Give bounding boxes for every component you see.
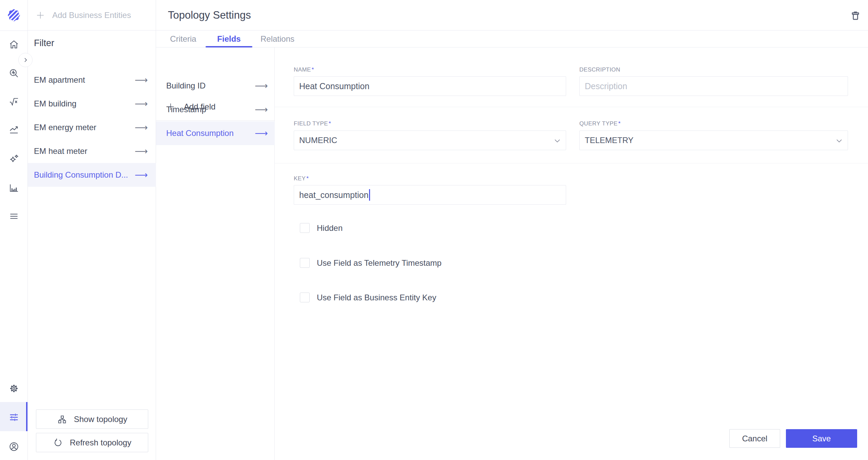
add-business-entities-button[interactable]: Add Business Entities [28,0,156,31]
topology-icon [57,414,67,424]
arrow-right-icon[interactable]: ⟶ [135,123,148,132]
sidebar-collapse-button[interactable] [18,53,33,67]
divider [275,163,868,163]
chevron-down-icon [554,139,560,143]
key-value: heat_consumption [299,190,368,200]
tab-fields[interactable]: Fields [217,31,240,47]
main-header: Topology Settings [156,0,868,31]
filter-title: Filter [34,38,54,48]
sidebar-item-trends[interactable] [0,123,28,136]
field-type-label: FIELD TYPE* [294,120,331,127]
icon-sidebar [0,0,28,460]
telemetry-timestamp-checkbox-row[interactable]: Use Field as Telemetry Timestamp [300,258,442,268]
required-asterisk: * [618,120,621,127]
field-type-select[interactable]: NUMERIC [294,131,566,150]
arrow-right-icon[interactable]: ⟶ [135,147,148,156]
sidebar-item-search-insights[interactable] [0,67,28,79]
entity-row-em-apartment[interactable]: EM apartment ⟶ [28,68,156,92]
sidebar-item-formulas[interactable] [0,96,28,108]
key-input[interactable]: heat_consumption [294,185,566,205]
sidebar-item-insights[interactable] [0,153,28,165]
tab-bar: Criteria Fields Relations [156,31,868,47]
sliders-icon [8,412,20,423]
required-asterisk: * [312,66,314,73]
field-type-value: NUMERIC [299,136,337,145]
field-row-building-id[interactable]: Building ID ⟶ [156,74,275,98]
chevron-right-icon [21,56,30,64]
hidden-checkbox[interactable] [300,223,310,233]
description-input[interactable] [579,76,848,96]
tab-criteria[interactable]: Criteria [170,31,196,47]
show-topology-label: Show topology [74,415,127,424]
sidebar-item-menu[interactable] [0,210,28,222]
divider [275,107,868,107]
sidebar-item-account[interactable] [0,440,28,453]
sidebar-item-reports[interactable] [0,182,28,194]
user-icon [8,441,20,452]
name-label: NAME* [294,66,314,73]
entity-row-em-heat-meter[interactable]: EM heat meter ⟶ [28,139,156,163]
search-pulse-icon [8,67,20,79]
text-cursor [369,189,370,201]
business-entity-key-checkbox-label[interactable]: Use Field as Business Entity Key [317,293,436,302]
main-content: Topology Settings Criteria Fields Relati… [156,0,868,460]
plus-icon [36,11,45,20]
entity-row-building-consumption[interactable]: Building Consumption D... ⟶ [28,163,156,187]
divider [0,31,28,31]
app-logo[interactable] [6,8,21,23]
telemetry-timestamp-checkbox-label[interactable]: Use Field as Telemetry Timestamp [317,258,442,268]
arrow-right-icon[interactable]: ⟶ [135,171,148,180]
name-input[interactable] [294,76,566,96]
arrow-right-icon[interactable]: ⟶ [135,76,148,85]
menu-icon [8,211,20,222]
add-business-entities-label: Add Business Entities [52,11,131,20]
sidebar-item-topology-settings[interactable] [0,411,28,423]
fields-list-panel: Add field Building ID ⟶ Timestamp ⟶ Heat… [156,47,275,460]
trend-chart-icon [8,124,20,135]
field-row-timestamp[interactable]: Timestamp ⟶ [156,98,275,121]
entity-row-em-building[interactable]: EM building ⟶ [28,92,156,116]
refresh-icon [53,438,63,448]
chevron-down-icon [836,139,842,143]
required-asterisk: * [306,175,309,182]
query-type-value: TELEMETRY [585,136,634,145]
query-type-label: QUERY TYPE* [579,120,621,127]
description-label: DESCRIPTION [579,66,620,73]
tab-relations[interactable]: Relations [261,31,294,47]
required-asterisk: * [329,120,331,127]
sparkles-icon [8,153,20,164]
home-icon [8,39,20,50]
cancel-button[interactable]: Cancel [729,429,780,448]
query-type-select[interactable]: TELEMETRY [579,131,848,150]
app-logo-icon [6,8,21,23]
app-window: Add Business Entities Filter EM apartmen… [0,0,868,460]
arrow-right-icon[interactable]: ⟶ [255,129,268,138]
filter-panel: Add Business Entities Filter EM apartmen… [28,0,156,460]
telemetry-timestamp-checkbox[interactable] [300,258,310,268]
trash-icon [849,9,862,22]
save-button[interactable]: Save [786,429,857,448]
page-title: Topology Settings [168,9,251,21]
field-row-heat-consumption[interactable]: Heat Consumption ⟶ [156,121,275,145]
hidden-checkbox-row[interactable]: Hidden [300,223,343,233]
entity-row-em-energy-meter[interactable]: EM energy meter ⟶ [28,116,156,139]
refresh-topology-label: Refresh topology [70,438,131,447]
show-topology-button[interactable]: Show topology [36,409,148,429]
key-label: KEY* [294,175,309,182]
gear-icon [8,383,20,394]
business-entity-key-checkbox-row[interactable]: Use Field as Business Entity Key [300,293,436,302]
sidebar-item-settings[interactable] [0,382,28,395]
sidebar-item-home[interactable] [0,38,28,51]
square-root-icon [8,96,20,107]
arrow-right-icon[interactable]: ⟶ [255,81,268,91]
hidden-checkbox-label[interactable]: Hidden [317,223,343,233]
bar-chart-icon [8,182,20,194]
arrow-right-icon[interactable]: ⟶ [135,99,148,108]
delete-button[interactable] [848,8,863,23]
arrow-right-icon[interactable]: ⟶ [255,105,268,114]
refresh-topology-button[interactable]: Refresh topology [36,433,148,452]
business-entity-key-checkbox[interactable] [300,293,310,302]
